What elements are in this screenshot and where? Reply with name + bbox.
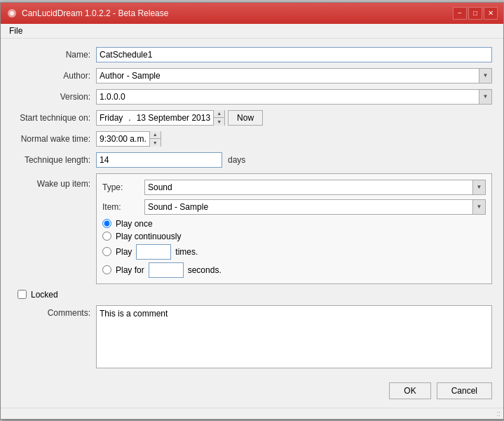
comments-label: Comments: [12, 305, 96, 318]
author-select-wrap[interactable]: Author - Sample ▼ [96, 68, 492, 83]
wake-time-wrap: 9:30:00 a.m. ▲ ▼ [96, 131, 492, 147]
technique-length-row: Technique length: days [12, 152, 492, 168]
date-down-btn[interactable]: ▼ [214, 118, 224, 126]
play-for-row: Play for seconds. [102, 262, 486, 278]
name-label: Name: [12, 50, 96, 60]
window-title: CanLucidDream 1.0.2.2 - Beta Release [22, 8, 168, 18]
item-select[interactable]: Sound - Sample [145, 200, 485, 214]
play-times-label[interactable]: Play [116, 247, 132, 257]
play-continuously-radio[interactable] [102, 232, 111, 241]
wake-up-row: Wake up item: Type: Sound ▼ [12, 173, 492, 284]
item-row: Item: Sound - Sample ▼ [102, 199, 486, 215]
wake-up-box: Type: Sound ▼ Item: Sound [96, 173, 492, 284]
time-down-btn[interactable]: ▼ [150, 139, 161, 147]
name-input-wrap [96, 47, 492, 62]
start-date-field: Friday . 13 September 2013 ▲ ▼ [96, 110, 225, 126]
author-select[interactable]: Author - Sample [97, 69, 491, 83]
play-for-radio[interactable] [102, 265, 111, 274]
wake-time-label: Normal wake time: [12, 134, 96, 144]
name-row: Name: [12, 47, 492, 62]
cancel-button[interactable]: Cancel [437, 382, 492, 399]
window-controls: − □ ✕ [453, 7, 498, 20]
play-continuously-row: Play continuously [102, 232, 486, 241]
item-select-wrap[interactable]: Sound - Sample ▼ [144, 199, 486, 215]
date-spinner: ▲ ▼ [213, 110, 224, 126]
technique-length-wrap: days [96, 152, 492, 168]
comments-textarea[interactable]: This is a comment [96, 305, 492, 368]
footer: OK Cancel [1, 377, 503, 408]
version-select[interactable]: 1.0.0.0 [97, 90, 491, 104]
menu-file[interactable]: File [6, 25, 25, 37]
item-label: Item: [102, 202, 144, 212]
play-for-input[interactable] [149, 262, 184, 278]
type-select[interactable]: Sound [145, 180, 485, 194]
start-technique-row: Start technique on: Friday . 13 Septembe… [12, 110, 492, 126]
seconds-label: seconds. [188, 265, 222, 275]
radio-group: Play once Play continuously Play times. [102, 219, 486, 278]
locked-label[interactable]: Locked [31, 290, 58, 300]
name-input[interactable] [96, 47, 492, 62]
menu-bar: File [1, 24, 503, 39]
start-dot: . [125, 113, 133, 123]
author-label: Author: [12, 71, 96, 81]
start-technique-label: Start technique on: [12, 113, 96, 123]
comments-row: Comments: This is a comment [12, 305, 492, 368]
play-once-row: Play once [102, 219, 486, 229]
wake-time-row: Normal wake time: 9:30:00 a.m. ▲ ▼ [12, 131, 492, 147]
wake-time-text: 9:30:00 a.m. [97, 134, 149, 144]
times-label: times. [175, 247, 198, 257]
type-select-wrap[interactable]: Sound ▼ [144, 180, 486, 195]
locked-row: Locked [12, 290, 492, 300]
play-once-radio[interactable] [102, 219, 111, 228]
maximize-button[interactable]: □ [468, 7, 482, 20]
wake-up-item-label: Wake up item: [12, 173, 96, 189]
start-date-wrap: Friday . 13 September 2013 ▲ ▼ Now [96, 110, 492, 126]
status-grip: :: [496, 410, 500, 417]
technique-length-label: Technique length: [12, 155, 96, 165]
play-times-radio[interactable] [102, 247, 111, 256]
version-row: Version: 1.0.0.0 ▼ [12, 89, 492, 105]
play-times-row: Play times. [102, 244, 486, 260]
title-bar-left: CanLucidDream 1.0.2.2 - Beta Release [6, 8, 168, 19]
version-label: Version: [12, 92, 96, 102]
date-up-btn[interactable]: ▲ [214, 110, 224, 118]
status-bar: :: [1, 408, 503, 419]
type-row: Type: Sound ▼ [102, 180, 486, 195]
title-bar: CanLucidDream 1.0.2.2 - Beta Release − □… [1, 3, 503, 24]
locked-checkbox[interactable] [18, 290, 27, 299]
start-date-text: 13 September 2013 [134, 113, 213, 123]
svg-point-1 [10, 11, 14, 15]
play-once-label[interactable]: Play once [116, 219, 153, 229]
start-day-text: Friday [97, 113, 125, 123]
form-content: Name: Author: Author - Sample ▼ Version:… [1, 39, 503, 377]
author-row: Author: Author - Sample ▼ [12, 68, 492, 83]
time-spinner: ▲ ▼ [149, 131, 161, 147]
wake-up-section: Wake up item: Type: Sound ▼ [12, 173, 492, 284]
time-up-btn[interactable]: ▲ [150, 131, 161, 139]
play-times-input[interactable] [136, 244, 171, 260]
play-continuously-label[interactable]: Play continuously [116, 232, 181, 241]
main-window: CanLucidDream 1.0.2.2 - Beta Release − □… [0, 2, 504, 420]
type-label: Type: [102, 182, 144, 192]
wake-time-field: 9:30:00 a.m. ▲ ▼ [96, 131, 161, 147]
play-for-label[interactable]: Play for [116, 265, 144, 275]
technique-length-input[interactable] [96, 152, 222, 168]
version-select-wrap[interactable]: 1.0.0.0 ▼ [96, 89, 492, 105]
now-button[interactable]: Now [228, 110, 263, 126]
days-label: days [228, 155, 245, 165]
app-icon [6, 8, 18, 19]
close-button[interactable]: ✕ [484, 7, 498, 20]
minimize-button[interactable]: − [453, 7, 467, 20]
ok-button[interactable]: OK [389, 382, 430, 399]
